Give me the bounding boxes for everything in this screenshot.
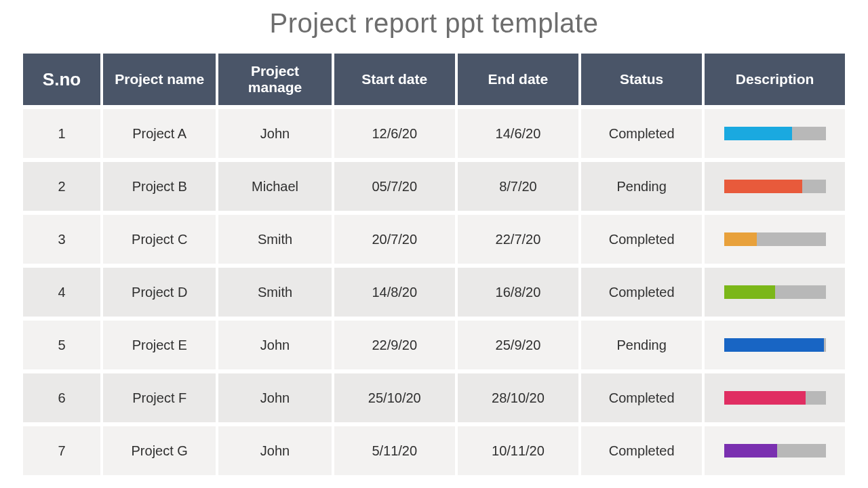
project-table: S.no Project name Project manage Start d… (20, 49, 848, 479)
cell-manager: Michael (218, 162, 331, 211)
cell-end: 14/6/20 (458, 109, 578, 158)
cell-sno: 1 (23, 109, 100, 158)
progress-track (724, 444, 826, 458)
progress-bar (709, 373, 841, 422)
cell-name: Project A (103, 109, 216, 158)
progress-fill (724, 285, 775, 299)
table-header-row: S.no Project name Project manage Start d… (23, 54, 845, 105)
cell-status: Completed (581, 215, 702, 264)
cell-end: 10/11/20 (458, 426, 578, 475)
cell-description (705, 162, 845, 211)
cell-description (705, 109, 845, 158)
cell-sno: 2 (23, 162, 100, 211)
cell-end: 8/7/20 (458, 162, 578, 211)
table-row: 2Project BMichael05/7/208/7/20Pending (23, 162, 845, 211)
table-row: 5Project EJohn22/9/2025/9/20Pending (23, 321, 845, 369)
progress-bar (709, 215, 841, 264)
progress-bar (709, 162, 841, 211)
page-title: Project report ppt template (20, 8, 848, 39)
cell-status: Completed (581, 426, 702, 475)
cell-name: Project B (103, 162, 216, 211)
progress-track (724, 391, 826, 405)
cell-name: Project C (103, 215, 216, 264)
col-sno: S.no (23, 54, 100, 105)
cell-name: Project E (103, 321, 216, 369)
cell-start: 22/9/20 (334, 321, 455, 369)
cell-start: 12/6/20 (334, 109, 455, 158)
cell-end: 16/8/20 (458, 268, 578, 317)
cell-sno: 7 (23, 426, 100, 475)
cell-sno: 3 (23, 215, 100, 264)
col-end: End date (458, 54, 578, 105)
cell-description (705, 426, 845, 475)
progress-fill (724, 180, 803, 193)
progress-track (724, 180, 826, 193)
cell-manager: John (218, 321, 331, 369)
cell-description (705, 373, 845, 422)
col-name: Project name (103, 54, 216, 105)
progress-track (724, 285, 826, 299)
cell-sno: 4 (23, 268, 100, 317)
table-row: 4Project DSmith14/8/2016/8/20Completed (23, 268, 845, 317)
col-desc: Description (705, 54, 845, 105)
progress-fill (724, 232, 757, 246)
cell-name: Project G (103, 426, 216, 475)
progress-bar (709, 109, 841, 158)
col-start: Start date (334, 54, 455, 105)
cell-description (705, 268, 845, 317)
progress-bar (709, 321, 841, 369)
cell-sno: 5 (23, 321, 100, 369)
col-manager: Project manage (218, 54, 331, 105)
table-row: 6Project FJohn25/10/2028/10/20Completed (23, 373, 845, 422)
cell-start: 25/10/20 (334, 373, 455, 422)
cell-manager: Smith (218, 268, 331, 317)
cell-description (705, 215, 845, 264)
cell-manager: John (218, 373, 331, 422)
cell-name: Project F (103, 373, 216, 422)
cell-sno: 6 (23, 373, 100, 422)
cell-start: 20/7/20 (334, 215, 455, 264)
progress-track (724, 338, 826, 352)
cell-status: Completed (581, 373, 702, 422)
cell-end: 22/7/20 (458, 215, 578, 264)
progress-fill (724, 391, 806, 405)
cell-end: 28/10/20 (458, 373, 578, 422)
table-row: 7Project GJohn5/11/2010/11/20Completed (23, 426, 845, 475)
cell-description (705, 321, 845, 369)
progress-bar (709, 268, 841, 317)
cell-status: Pending (581, 321, 702, 369)
cell-manager: John (218, 109, 331, 158)
cell-start: 14/8/20 (334, 268, 455, 317)
progress-bar (709, 426, 841, 475)
progress-fill (724, 444, 777, 458)
table-row: 1Project AJohn12/6/2014/6/20Completed (23, 109, 845, 158)
cell-end: 25/9/20 (458, 321, 578, 369)
cell-name: Project D (103, 268, 216, 317)
progress-fill (724, 127, 793, 140)
cell-status: Completed (581, 109, 702, 158)
slide: Project report ppt template S.no Project… (0, 0, 868, 488)
col-status: Status (581, 54, 702, 105)
cell-manager: John (218, 426, 331, 475)
progress-fill (724, 338, 824, 352)
cell-status: Pending (581, 162, 702, 211)
cell-start: 5/11/20 (334, 426, 455, 475)
table-row: 3Project CSmith20/7/2022/7/20Completed (23, 215, 845, 264)
cell-manager: Smith (218, 215, 331, 264)
progress-track (724, 127, 826, 140)
progress-track (724, 232, 826, 246)
cell-status: Completed (581, 268, 702, 317)
cell-start: 05/7/20 (334, 162, 455, 211)
